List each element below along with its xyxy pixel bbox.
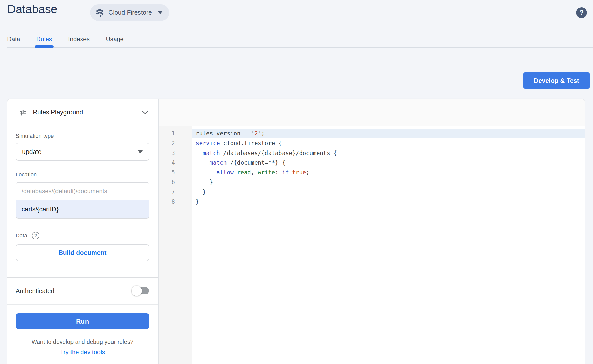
code-line-text: service cloud.firestore { <box>192 138 585 148</box>
location-input[interactable]: carts/{cartID} <box>16 200 149 218</box>
code-line-text: } <box>192 177 585 187</box>
line-number: 2 <box>159 138 192 148</box>
line-number: 8 <box>159 197 192 206</box>
line-number: 1 <box>159 129 192 138</box>
firestore-icon <box>95 8 104 17</box>
dropdown-caret-icon <box>158 11 163 14</box>
location-field: /databases/(default)/documents carts/{ca… <box>16 182 149 219</box>
devtools-question: Want to develop and debug your rules? <box>16 339 149 345</box>
product-switcher-label: Cloud Firestore <box>108 9 152 16</box>
code-area[interactable]: 1rules_version = '2';2service cloud.fire… <box>159 126 585 364</box>
build-document-button[interactable]: Build document <box>16 244 149 261</box>
code-line-text: match /databases/{database}/documents { <box>192 148 585 158</box>
code-line-text: } <box>192 187 585 197</box>
tab-usage[interactable]: Usage <box>106 35 123 44</box>
code-line[interactable]: 6 } <box>159 177 585 187</box>
tab-bar: DataRulesIndexesUsage <box>7 31 593 48</box>
chevron-down-icon[interactable] <box>141 110 149 115</box>
run-button[interactable]: Run <box>16 313 149 329</box>
line-number: 5 <box>159 168 192 177</box>
code-line[interactable]: 1rules_version = '2'; <box>159 129 585 138</box>
help-button[interactable]: ? <box>576 7 587 18</box>
rules-editor: 1rules_version = '2';2service cloud.fire… <box>159 99 585 364</box>
authenticated-toggle[interactable] <box>132 286 149 296</box>
select-caret-icon <box>138 150 143 153</box>
simulation-type-label: Simulation type <box>16 133 149 139</box>
code-line-text: allow read, write: if true; <box>192 168 585 177</box>
authenticated-label: Authenticated <box>16 287 54 295</box>
data-label-row: Data ? <box>16 232 149 239</box>
tune-icon <box>19 108 27 117</box>
rules-playground-header[interactable]: Rules Playground <box>7 99 158 126</box>
simulation-type-value: update <box>22 148 136 156</box>
editor-toolbar <box>159 99 585 126</box>
line-number: 7 <box>159 187 192 197</box>
toggle-thumb <box>132 286 142 296</box>
firestore-database-page: Database Cloud Firestore ? DataRulesInde… <box>0 0 593 364</box>
product-switcher[interactable]: Cloud Firestore <box>90 4 169 21</box>
data-help-icon[interactable]: ? <box>32 232 39 239</box>
code-line[interactable]: 3 match /databases/{database}/documents … <box>159 148 585 158</box>
devtools-link[interactable]: Try the dev tools <box>16 348 149 356</box>
rules-playground-title: Rules Playground <box>33 109 141 116</box>
data-label: Data <box>16 232 27 239</box>
authenticated-row: Authenticated <box>7 278 158 305</box>
tab-data[interactable]: Data <box>7 35 20 44</box>
line-number: 6 <box>159 177 192 187</box>
code-line-text: } <box>192 197 585 206</box>
line-number: 4 <box>159 158 192 168</box>
run-section: Run Want to develop and debug your rules… <box>7 305 158 356</box>
code-line[interactable]: 7 } <box>159 187 585 197</box>
page-title: Database <box>7 2 57 16</box>
code-line[interactable]: 5 allow read, write: if true; <box>159 168 585 177</box>
simulation-form: Simulation type update Location /databas… <box>7 126 158 278</box>
tab-rules[interactable]: Rules <box>36 35 52 44</box>
tab-indexes[interactable]: Indexes <box>68 35 90 44</box>
simulation-type-select[interactable]: update <box>16 143 149 161</box>
code-line[interactable]: 4 match /{document=**} { <box>159 158 585 168</box>
develop-test-button[interactable]: Develop & Test <box>523 72 590 89</box>
rules-playground-panel: Rules Playground Simulation type update … <box>7 99 159 364</box>
rules-card: Rules Playground Simulation type update … <box>7 99 585 364</box>
code-line-text: rules_version = '2'; <box>192 129 585 138</box>
code-line-text: match /{document=**} { <box>192 158 585 168</box>
line-number: 3 <box>159 148 192 158</box>
code-line[interactable]: 2service cloud.firestore { <box>159 138 585 148</box>
location-prefix: /databases/(default)/documents <box>16 183 149 200</box>
location-label: Location <box>16 171 149 178</box>
code-line[interactable]: 8} <box>159 197 585 206</box>
question-mark-icon: ? <box>580 9 584 17</box>
